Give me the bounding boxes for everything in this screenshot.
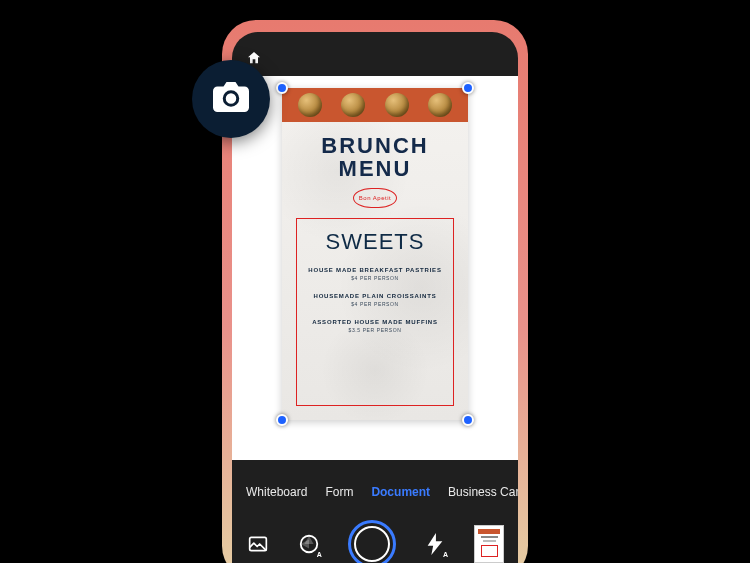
menu-title-line2: MENU [282,157,468,180]
camera-badge [192,60,270,138]
gallery-icon[interactable] [246,532,270,556]
phone-screen: BRUNCH MENU Bon Apetit SWEETS HOUSE MADE… [232,32,518,563]
camera-viewport: BRUNCH MENU Bon Apetit SWEETS HOUSE MADE… [232,76,518,460]
shutter-button[interactable] [348,520,396,563]
flash-badge: A [442,551,449,558]
menu-item-name: HOUSEMADE PLAIN CROISSAINTS [303,293,447,299]
menu-item: HOUSEMADE PLAIN CROISSAINTS $4 PER PERSO… [303,293,447,307]
menu-tagline: Bon Apetit [353,188,397,208]
menu-title: BRUNCH MENU [282,134,468,180]
menu-item-name: HOUSE MADE BREAKFAST PASTRIES [303,267,447,273]
mode-whiteboard[interactable]: Whiteboard [246,485,307,499]
mode-document[interactable]: Document [371,485,430,499]
menu-item: ASSORTED HOUSE MADE MUFFINS $3.5 PER PER… [303,319,447,333]
menu-section-box: SWEETS HOUSE MADE BREAKFAST PASTRIES $4 … [296,218,454,406]
menu-section-title: SWEETS [303,229,447,255]
crop-handle-bottom-right[interactable] [462,414,474,426]
food-photo-circle [298,93,322,117]
scanned-document[interactable]: BRUNCH MENU Bon Apetit SWEETS HOUSE MADE… [282,88,468,420]
menu-item-price: $4 PER PERSON [303,301,447,307]
recent-scan-thumbnail[interactable] [474,525,504,563]
flash-toggle[interactable]: A [423,532,447,556]
shutter-ring-inner [354,526,390,562]
crop-handle-top-left[interactable] [276,82,288,94]
menu-title-line1: BRUNCH [282,134,468,157]
mode-business-card[interactable]: Business Card [448,485,518,499]
menu-item-name: ASSORTED HOUSE MADE MUFFINS [303,319,447,325]
menu-item-price: $4 PER PERSON [303,275,447,281]
thumb-line [483,540,496,542]
mode-form[interactable]: Form [325,485,353,499]
food-photo-circle [385,93,409,117]
auto-capture-badge: A [316,551,323,558]
camera-icon [213,82,249,116]
auto-capture-toggle[interactable]: A [297,532,321,556]
food-photo-circle [341,93,365,117]
food-photo-circle [428,93,452,117]
thumb-line [481,536,499,538]
crop-handle-top-right[interactable] [462,82,474,94]
thumb-header-strip [478,529,500,534]
menu-item: HOUSE MADE BREAKFAST PASTRIES $4 PER PER… [303,267,447,281]
menu-item-price: $3.5 PER PERSON [303,327,447,333]
menu-header-strip [282,88,468,122]
capture-mode-strip[interactable]: Whiteboard Form Document Business Card [232,476,518,508]
bottom-toolbar: A A [232,508,518,563]
app-top-bar [232,32,518,76]
crop-handle-bottom-left[interactable] [276,414,288,426]
thumb-box [481,545,499,557]
